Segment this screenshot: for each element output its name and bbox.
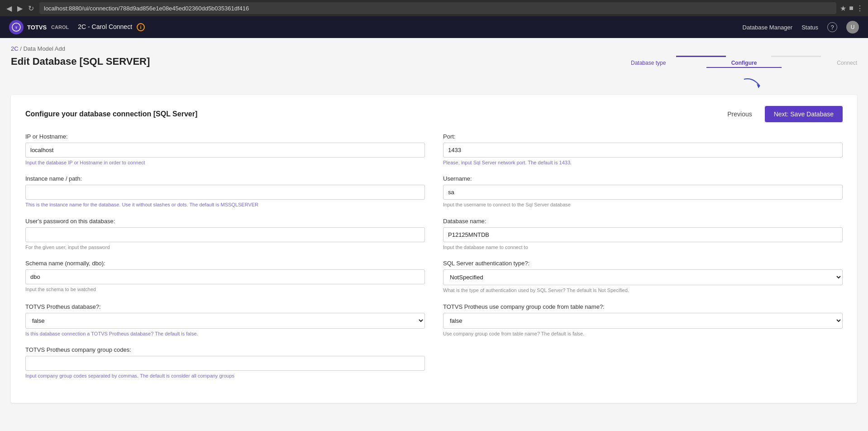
- password-group: User's password on this database: For th…: [25, 218, 425, 251]
- previous-button[interactable]: Previous: [720, 107, 759, 121]
- status-link[interactable]: Status: [801, 24, 818, 31]
- totvs-company-codes-group: TOTVS Protheus company group codes: Inpu…: [25, 346, 843, 379]
- form-card-title: Configure your database connection [SQL …: [25, 110, 197, 118]
- schema-name-group: Schema name (normally, dbo): Input the s…: [25, 260, 425, 294]
- avatar: U: [846, 21, 859, 34]
- port-hint: Please, input Sql Server network port. T…: [443, 159, 843, 166]
- totvs-company-group-hint: Use company group code from table name? …: [443, 330, 843, 337]
- extensions-icon: ■: [849, 4, 854, 12]
- browser-nav-buttons: ◀ ▶ ↻: [5, 3, 36, 14]
- ip-hostname-input[interactable]: [25, 143, 425, 158]
- totvs-company-codes-input[interactable]: [25, 356, 425, 371]
- step-2-label: Configure: [706, 60, 782, 68]
- database-manager-link[interactable]: Database Manager: [743, 24, 793, 31]
- logo-text: TOTVS: [27, 24, 47, 31]
- password-hint: For the given user, input the password: [25, 244, 425, 251]
- totvs-company-codes-label: TOTVS Protheus company group codes:: [25, 346, 843, 353]
- connector-1: [676, 56, 726, 57]
- instance-name-input[interactable]: [25, 185, 425, 200]
- instance-name-hint: This is the instance name for the databa…: [25, 201, 425, 208]
- help-icon[interactable]: ?: [827, 22, 837, 32]
- info-icon[interactable]: i: [137, 23, 145, 31]
- logo: T TOTVS CAROL: [9, 20, 69, 34]
- db-name-group: Database name: Input the database name t…: [443, 218, 843, 251]
- stepper-labels: Database type Configure Connect: [631, 60, 857, 68]
- arrow-annotation: [11, 75, 857, 93]
- port-label: Port:: [443, 133, 843, 140]
- stepper: Database type Configure Connect: [631, 56, 857, 68]
- totvs-company-codes-hint: Input company group codes separated by c…: [25, 373, 425, 379]
- breadcrumb: 2C / Data Model Add: [11, 45, 857, 52]
- sql-auth-hint: What is the type of authentication used …: [443, 287, 843, 294]
- step-1-label: Database type: [631, 60, 706, 66]
- totvs-company-group-label: TOTVS Protheus use company group code fr…: [443, 303, 843, 310]
- totvs-protheus-hint: Is this database connection a TOTVS Prot…: [25, 330, 425, 337]
- form-card-actions: Previous Next: Save Database: [720, 106, 843, 122]
- breadcrumb-link[interactable]: 2C: [11, 45, 19, 52]
- page-title: Edit Database [SQL SERVER]: [11, 56, 150, 67]
- password-label: User's password on this database:: [25, 218, 425, 225]
- form-card: Configure your database connection [SQL …: [11, 95, 857, 403]
- username-hint: Input the username to connect to the Sql…: [443, 201, 843, 208]
- password-input[interactable]: [25, 227, 425, 242]
- ip-hostname-hint: Input the database IP or Hostname in ord…: [25, 159, 425, 166]
- header-right: Database Manager Status ? U: [743, 21, 859, 34]
- db-name-input[interactable]: [443, 227, 843, 242]
- totvs-protheus-group: TOTVS Protheus database?: false true Is …: [25, 303, 425, 337]
- back-button[interactable]: ◀: [5, 3, 14, 14]
- ip-hostname-group: IP or Hostname: Input the database IP or…: [25, 133, 425, 166]
- totvs-protheus-label: TOTVS Protheus database?:: [25, 303, 425, 310]
- sql-auth-label: SQL Server authentication type?:: [443, 260, 843, 267]
- sql-auth-group: SQL Server authentication type?: NotSpec…: [443, 260, 843, 294]
- svg-text:T: T: [15, 26, 18, 30]
- username-input[interactable]: [443, 185, 843, 200]
- next-save-database-button[interactable]: Next: Save Database: [765, 106, 843, 122]
- app-header: T TOTVS CAROL 2C - Carol Connect i Datab…: [0, 16, 868, 38]
- db-name-label: Database name:: [443, 218, 843, 225]
- page-content: 2C / Data Model Add Edit Database [SQL S…: [0, 38, 868, 431]
- browser-actions: ★ ■ ⋮: [840, 4, 863, 13]
- bookmark-icon: ★: [840, 4, 846, 13]
- totvs-company-group-select[interactable]: false true: [443, 313, 843, 329]
- url-bar[interactable]: [39, 2, 836, 14]
- browser-chrome: ◀ ▶ ↻ ★ ■ ⋮: [0, 0, 868, 16]
- instance-name-label: Instance name / path:: [25, 175, 425, 182]
- logo-sub: CAROL: [51, 24, 69, 30]
- totvs-protheus-select[interactable]: false true: [25, 313, 425, 329]
- db-name-hint: Input the database name to connect to: [443, 244, 843, 251]
- port-group: Port: Please, input Sql Server network p…: [443, 133, 843, 166]
- stepper-track: [631, 56, 857, 57]
- schema-name-input[interactable]: [25, 269, 425, 284]
- logo-icon: T: [9, 20, 24, 34]
- sql-auth-select[interactable]: NotSpecified SqlPassword ActiveDirectory…: [443, 269, 843, 285]
- schema-name-label: Schema name (normally, dbo):: [25, 260, 425, 267]
- app-title: 2C - Carol Connect i: [78, 23, 145, 31]
- form-card-header: Configure your database connection [SQL …: [25, 106, 843, 122]
- ip-hostname-label: IP or Hostname:: [25, 133, 425, 140]
- totvs-company-group-group: TOTVS Protheus use company group code fr…: [443, 303, 843, 337]
- reload-button[interactable]: ↻: [26, 3, 36, 14]
- menu-icon: ⋮: [856, 4, 863, 13]
- breadcrumb-current: Data Model Add: [23, 45, 65, 52]
- port-input[interactable]: [443, 143, 843, 158]
- schema-name-hint: Input the schema to be watched: [25, 286, 425, 293]
- instance-name-group: Instance name / path: This is the instan…: [25, 175, 425, 208]
- page-title-row: Edit Database [SQL SERVER] Database type…: [11, 56, 857, 68]
- username-label: Username:: [443, 175, 843, 182]
- username-group: Username: Input the username to connect …: [443, 175, 843, 208]
- step-3-label: Connect: [782, 60, 857, 66]
- form-grid: IP or Hostname: Input the database IP or…: [25, 133, 843, 388]
- connector-2: [771, 56, 821, 57]
- forward-button[interactable]: ▶: [15, 3, 24, 14]
